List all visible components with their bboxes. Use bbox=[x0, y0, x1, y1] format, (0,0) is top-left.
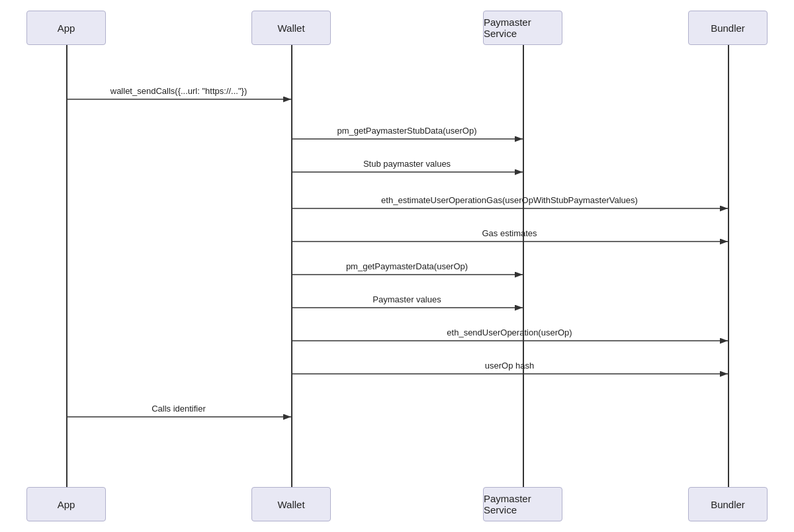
actor-box-bottom-bundler: Bundler bbox=[688, 487, 768, 521]
actor-box-bottom-wallet: Wallet bbox=[251, 487, 331, 521]
msg-label-msg7: Paymaster values bbox=[275, 294, 539, 304]
lifeline-app bbox=[66, 45, 67, 487]
msg-label-msg6: pm_getPaymasterData(userOp) bbox=[275, 261, 539, 271]
lifeline-bundler bbox=[728, 45, 729, 487]
actor-box-top-app: App bbox=[26, 11, 106, 45]
actor-box-top-paymaster: Paymaster Service bbox=[483, 11, 562, 45]
actor-box-bottom-app: App bbox=[26, 487, 106, 521]
actor-box-top-bundler: Bundler bbox=[688, 11, 768, 45]
actor-box-top-wallet: Wallet bbox=[251, 11, 331, 45]
msg-label-msg1: wallet_sendCalls({...url: "https://..."}… bbox=[46, 86, 311, 96]
msg-label-msg4: eth_estimateUserOperationGas(userOpWithS… bbox=[377, 195, 642, 205]
actor-box-bottom-paymaster: Paymaster Service bbox=[483, 487, 562, 521]
msg-label-msg3: Stub paymaster values bbox=[275, 159, 539, 169]
sequence-diagram: AppWalletPaymaster ServiceBundlerAppWall… bbox=[0, 0, 794, 532]
msg-label-msg2: pm_getPaymasterStubData(userOp) bbox=[275, 126, 539, 136]
msg-label-msg5: Gas estimates bbox=[377, 228, 642, 238]
msg-label-msg10: Calls identifier bbox=[46, 404, 311, 414]
msg-label-msg9: userOp hash bbox=[377, 361, 642, 371]
msg-label-msg8: eth_sendUserOperation(userOp) bbox=[377, 328, 642, 337]
